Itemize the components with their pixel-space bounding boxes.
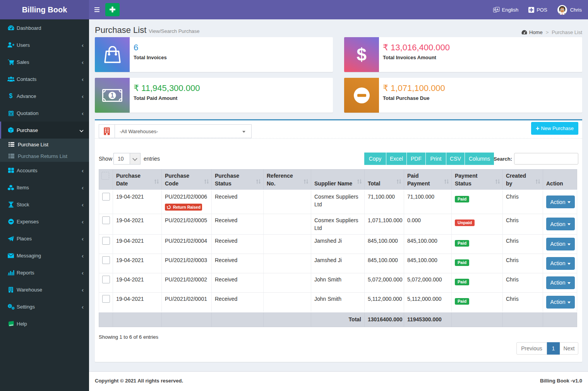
- svg-text:A: A: [496, 8, 499, 11]
- svg-text:1: 1: [111, 92, 114, 99]
